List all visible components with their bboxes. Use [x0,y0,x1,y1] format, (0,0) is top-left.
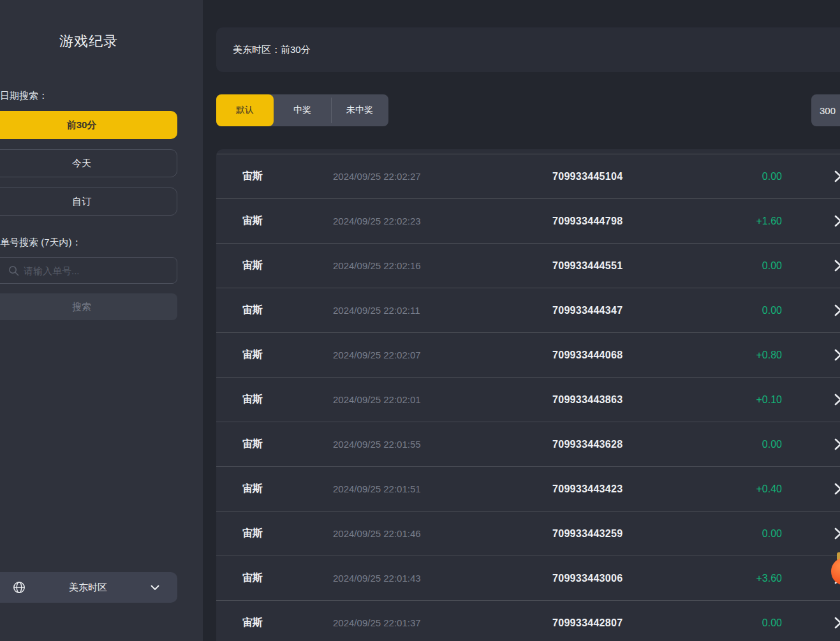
record-time: 2024/09/25 22:02:01 [333,394,552,405]
chevron-right-icon [834,304,840,316]
order-number: 709933444798 [552,216,712,227]
game-name: 宙斯 [242,571,333,585]
table-row[interactable]: 宙斯 2024/09/25 22:01:51 709933443423 +0.4… [216,467,840,512]
chevron-right-icon [834,170,840,182]
record-time: 2024/09/25 22:02:23 [333,216,552,226]
order-number: 709933443628 [552,439,712,450]
record-time: 2024/09/25 22:02:16 [333,260,552,271]
game-name: 宙斯 [242,214,333,228]
record-time: 2024/09/25 22:02:11 [333,305,552,316]
game-name: 宙斯 [242,170,333,183]
game-name: 宙斯 [242,259,333,272]
partial-row [216,149,840,154]
order-number: 709933443423 [552,483,712,495]
chevron-right-icon [834,617,840,629]
order-number: 709933444551 [552,260,712,272]
order-number: 709933442807 [552,617,712,629]
date-filter-last30min-button[interactable]: 前30分 [0,111,177,139]
order-number: 709933445104 [552,171,712,182]
order-search-input[interactable] [24,265,151,276]
record-time: 2024/09/25 22:01:46 [333,528,552,539]
table-row[interactable]: 宙斯 2024/09/25 22:01:37 709933442807 0.00 [216,601,840,641]
chevron-right-icon [834,394,840,406]
table-row[interactable]: 宙斯 2024/09/25 22:02:01 709933443863 +0.1… [216,378,840,422]
game-name: 宙斯 [242,527,333,540]
records-list: 宙斯 2024/09/25 22:02:27 709933445104 0.00… [216,149,840,641]
table-row[interactable]: 宙斯 2024/09/25 22:01:43 709933443006 +3.6… [216,556,840,601]
search-icon [8,265,19,276]
game-name: 宙斯 [242,616,333,630]
record-time: 2024/09/25 22:01:51 [333,483,552,494]
chevron-right-icon [834,349,840,361]
table-row[interactable]: 宙斯 2024/09/25 22:02:07 709933444068 +0.8… [216,333,840,378]
timezone-selector[interactable]: 美东时区 [0,572,177,603]
order-number: 709933444068 [552,350,712,361]
record-time: 2024/09/25 22:01:37 [333,617,552,628]
record-amount: +0.10 [712,394,782,406]
order-number: 709933443006 [552,573,712,584]
table-row[interactable]: 宙斯 2024/09/25 22:02:16 709933444551 0.00 [216,244,840,288]
timezone-info-bar: 美东时区：前30分 [216,27,840,72]
table-row[interactable]: 宙斯 2024/09/25 22:02:11 709933444347 0.00 [216,288,840,333]
date-filter-today-button[interactable]: 今天 [0,149,177,177]
chevron-right-icon [834,260,840,272]
record-amount: 0.00 [712,439,782,450]
record-time: 2024/09/25 22:01:55 [333,439,552,450]
tab-not-won[interactable]: 未中奖 [331,94,388,126]
chevron-right-icon [834,527,840,540]
table-row[interactable]: 宙斯 2024/09/25 22:01:46 709933443259 0.00 [216,512,840,556]
table-row[interactable]: 宙斯 2024/09/25 22:02:27 709933445104 0.00 [216,154,840,199]
game-name: 宙斯 [242,482,333,496]
sidebar: 游戏纪录 日期搜索： 前30分 今天 自订 单号搜索 (7天内)： 搜索 美东时… [0,0,203,641]
filter-tabs: 默认 中奖 未中奖 [216,94,388,126]
chevron-right-icon [834,215,840,227]
record-amount: 0.00 [712,528,782,540]
tab-default[interactable]: 默认 [216,94,274,126]
order-number: 709933443259 [552,528,712,540]
order-search-box [0,257,177,284]
chevron-right-icon [834,483,840,495]
chevron-down-icon [151,585,159,591]
record-amount: 0.00 [712,617,782,629]
record-amount: +1.60 [712,216,782,227]
record-time: 2024/09/25 22:02:07 [333,350,552,360]
date-search-label: 日期搜索： [0,90,48,102]
order-number: 709933443863 [552,394,712,406]
table-row[interactable]: 宙斯 2024/09/25 22:01:55 709933443628 0.00 [216,422,840,467]
globe-icon [13,581,26,594]
record-amount: +0.40 [712,483,782,495]
table-row[interactable]: 宙斯 2024/09/25 22:02:23 709933444798 +1.6… [216,199,840,244]
game-name: 宙斯 [242,348,333,362]
record-amount: +0.80 [712,350,782,361]
page-title: 游戏纪录 [0,32,177,51]
tab-won[interactable]: 中奖 [274,94,331,126]
timezone-info-text: 美东时区：前30分 [233,44,311,56]
record-amount: 0.00 [712,171,782,182]
page-size-button[interactable]: 300 [811,94,840,126]
chevron-right-icon [834,438,840,450]
date-filter-custom-button[interactable]: 自订 [0,188,177,216]
game-name: 宙斯 [242,438,333,451]
record-amount: +3.60 [712,573,782,584]
game-name: 宙斯 [242,393,333,406]
record-amount: 0.00 [712,305,782,316]
game-name: 宙斯 [242,304,333,317]
timezone-label: 美东时区 [26,582,151,594]
order-number: 709933444347 [552,305,712,316]
record-amount: 0.00 [712,260,782,272]
search-button[interactable]: 搜索 [0,293,177,320]
record-time: 2024/09/25 22:02:27 [333,171,552,182]
order-search-label: 单号搜索 (7天内)： [0,237,82,249]
record-time: 2024/09/25 22:01:43 [333,573,552,584]
